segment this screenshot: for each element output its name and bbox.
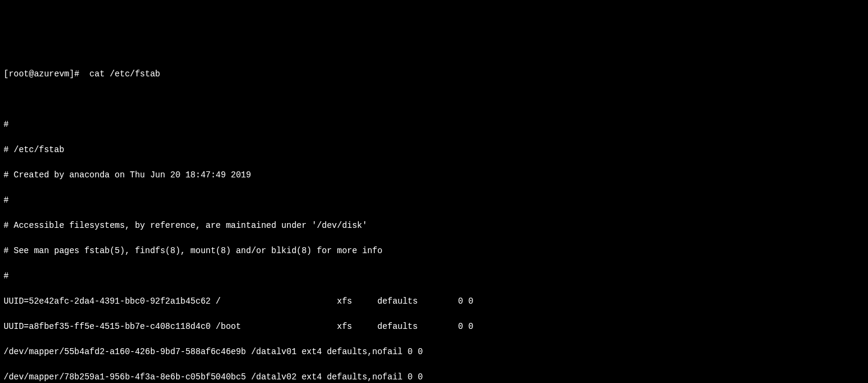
fstab-output: # xyxy=(4,194,864,207)
fstab-output: UUID=a8fbef35-ff5e-4515-bb7e-c408c118d4c… xyxy=(4,320,864,333)
fstab-output: /dev/mapper/55b4afd2-a160-426b-9bd7-588a… xyxy=(4,346,864,358)
fstab-output: # Created by anaconda on Thu Jun 20 18:4… xyxy=(4,169,864,182)
fstab-output: UUID=52e42afc-2da4-4391-bbc0-92f2a1b45c6… xyxy=(4,295,864,308)
terminal-output[interactable]: [root@azurevm]# cat /etc/fstab # # /etc/… xyxy=(4,55,864,383)
fstab-output: # xyxy=(4,118,864,131)
fstab-output: /dev/mapper/78b259a1-956b-4f3a-8e6b-c05b… xyxy=(4,371,864,383)
fstab-output: # /etc/fstab xyxy=(4,144,864,156)
fstab-output: # Accessible filesystems, by reference, … xyxy=(4,219,864,232)
fstab-output: # xyxy=(4,270,864,283)
fstab-output: # See man pages fstab(5), findfs(8), mou… xyxy=(4,245,864,257)
cmd-line-fstab: [root@azurevm]# cat /etc/fstab xyxy=(4,68,864,81)
command-text: cat /etc/fstab xyxy=(90,69,160,79)
blank-line xyxy=(4,93,864,106)
shell-prompt: [root@azurevm]# xyxy=(4,69,79,79)
